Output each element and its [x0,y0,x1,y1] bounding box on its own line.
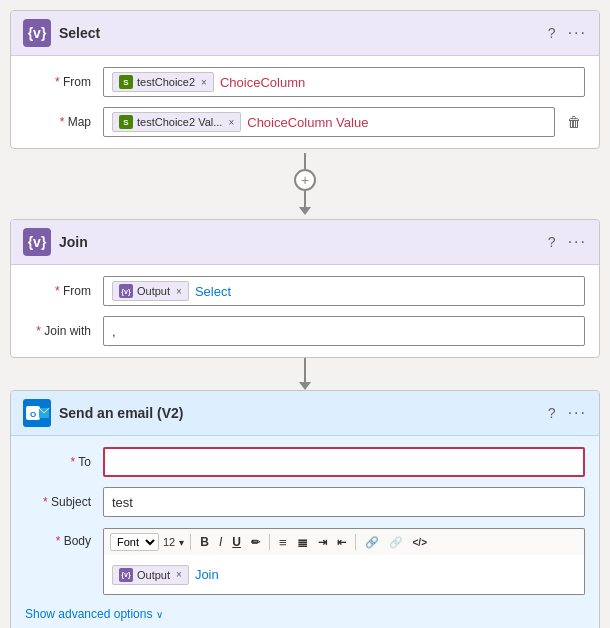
email-card: O Send an email (V2) ? ··· To Subject [10,390,600,628]
email-subject-value: test [112,495,133,510]
bold-button[interactable]: B [197,534,212,550]
join-from-token[interactable]: {v} Output × [112,281,189,301]
select-title: Select [59,25,540,41]
select-from-token[interactable]: S testChoice2 × [112,72,214,92]
email-body-label: Body [25,534,95,548]
select-from-token-close[interactable]: × [201,77,207,88]
join-more-icon[interactable]: ··· [568,233,587,251]
select-from-label: From [25,75,95,89]
join-from-token-icon: {v} [119,284,133,298]
body-toolbar: Font Font 12 ▾ B I U ✏ ≡ ≣ ⇥ [103,528,585,555]
email-card-body: To Subject test Body Font [11,436,599,628]
email-title: Send an email (V2) [59,405,540,421]
font-select[interactable]: Font [110,533,159,551]
select-card-body: From S testChoice2 × ChoiceColumn Map S … [11,56,599,148]
select-card-header: {v} Select ? ··· [11,11,599,56]
select-from-row: From S testChoice2 × ChoiceColumn [25,66,585,98]
select-help-icon[interactable]: ? [548,25,556,41]
email-subject-row: Subject test [25,486,585,518]
ordered-list-button[interactable]: ≣ [294,534,311,551]
select-from-token-icon: S [119,75,133,89]
toolbar-divider-1 [190,534,191,550]
email-card-header: O Send an email (V2) ? ··· [11,391,599,436]
select-map-label: Map [25,115,95,129]
unlink-button[interactable]: 🔗 [386,535,406,550]
join-from-token-label: Output [137,285,170,297]
connector-2 [299,358,311,390]
join-card-header: {v} Join ? ··· [11,220,599,265]
body-value: Join [195,567,219,582]
email-subject-label: Subject [25,495,95,509]
indent-button[interactable]: ⇥ [315,535,330,550]
add-step-button-1[interactable]: + [294,169,316,191]
join-with-label: Join with [25,324,95,338]
show-advanced-options[interactable]: Show advanced options ∨ [25,603,585,625]
email-to-label: To [25,455,95,469]
body-content[interactable]: {v} Output × Join [103,555,585,595]
select-map-token-icon: S [119,115,133,129]
pencil-button[interactable]: ✏ [248,535,263,550]
join-from-input[interactable]: {v} Output × Select [103,276,585,306]
join-from-token-close[interactable]: × [176,286,182,297]
connector-2-line [304,358,306,382]
join-title: Join [59,234,540,250]
email-actions: ? ··· [548,404,587,422]
connector-2-arrow [299,382,311,390]
select-card: {v} Select ? ··· From S testChoice2 × Ch… [10,10,600,149]
email-help-icon[interactable]: ? [548,405,556,421]
join-from-value: Select [195,284,231,299]
join-from-label: From [25,284,95,298]
join-icon: {v} [23,228,51,256]
select-more-icon[interactable]: ··· [568,24,587,42]
link-button[interactable]: 🔗 [362,535,382,550]
join-actions: ? ··· [548,233,587,251]
join-with-row: Join with , [25,315,585,347]
outdent-button[interactable]: ⇤ [334,535,349,550]
select-map-token-close[interactable]: × [228,117,234,128]
join-with-value: , [112,324,116,339]
join-from-row: From {v} Output × Select [25,275,585,307]
connector-1-line [304,153,306,169]
connector-1-line-2 [304,191,306,207]
body-token-label: Output [137,569,170,581]
select-actions: ? ··· [548,24,587,42]
email-body-row: Body Font Font 12 ▾ B I U ✏ [25,528,585,595]
unordered-list-button[interactable]: ≡ [276,534,290,551]
body-token-close[interactable]: × [176,569,182,580]
chevron-down-icon: ∨ [156,609,163,620]
select-map-token-label: testChoice2 Val... [137,116,222,128]
select-map-input[interactable]: S testChoice2 Val... × ChoiceColumn Valu… [103,107,555,137]
select-from-token-label: testChoice2 [137,76,195,88]
italic-button[interactable]: I [216,534,225,550]
email-body-container: Font Font 12 ▾ B I U ✏ ≡ ≣ ⇥ [103,528,585,595]
join-card: {v} Join ? ··· From {v} Output × Select [10,219,600,358]
join-help-icon[interactable]: ? [548,234,556,250]
email-to-row: To [25,446,585,478]
join-card-body: From {v} Output × Select Join with , [11,265,599,357]
email-subject-input[interactable]: test [103,487,585,517]
select-map-token[interactable]: S testChoice2 Val... × [112,112,241,132]
svg-text:O: O [30,410,36,419]
select-map-delete-icon[interactable]: 🗑 [563,112,585,132]
show-advanced-label: Show advanced options [25,607,152,621]
underline-button[interactable]: U [229,534,244,550]
toolbar-divider-3 [355,534,356,550]
font-size-arrow[interactable]: ▾ [179,537,184,548]
body-output-token[interactable]: {v} Output × [112,565,189,585]
email-more-icon[interactable]: ··· [568,404,587,422]
outlook-icon: O [23,399,51,427]
select-from-input[interactable]: S testChoice2 × ChoiceColumn [103,67,585,97]
join-with-input[interactable]: , [103,316,585,346]
email-to-input[interactable] [103,447,585,477]
select-map-row: Map S testChoice2 Val... × ChoiceColumn … [25,106,585,138]
code-button[interactable]: </> [410,536,430,549]
select-from-value: ChoiceColumn [220,75,305,90]
select-map-value: ChoiceColumn Value [247,115,368,130]
body-token-icon: {v} [119,568,133,582]
select-icon: {v} [23,19,51,47]
toolbar-divider-2 [269,534,270,550]
font-size-value: 12 [163,536,175,548]
connector-1: + [294,149,316,219]
connector-1-arrow [299,207,311,215]
